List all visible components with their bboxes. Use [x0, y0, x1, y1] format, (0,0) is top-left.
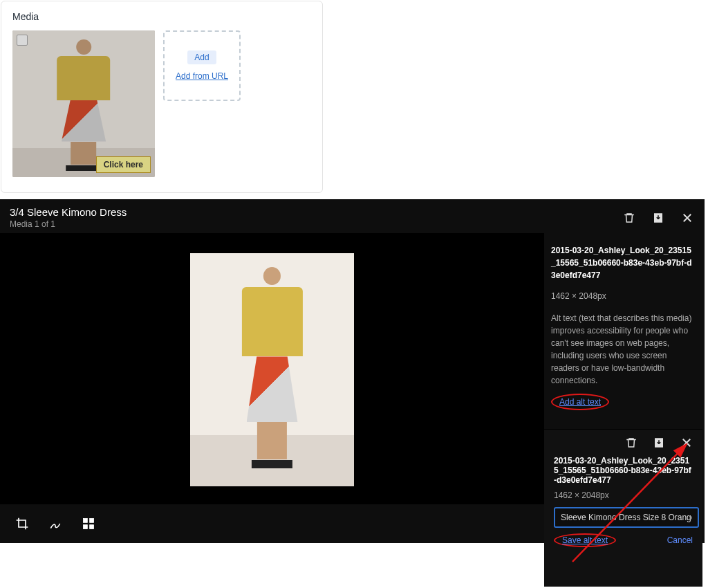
grid-icon[interactable]: [82, 517, 95, 531]
media-card-title: Media: [12, 11, 311, 22]
viewer-title: 3/4 Sleeve Kimono Dress: [10, 206, 127, 218]
svg-rect-4: [90, 525, 94, 529]
click-here-callout: Click here: [96, 156, 151, 173]
viewer-footer: [0, 504, 544, 543]
close-icon[interactable]: [680, 437, 693, 449]
media-thumbnail[interactable]: Click here: [12, 30, 155, 177]
media-row: Click here Add Add from URL: [12, 30, 311, 177]
trash-icon[interactable]: [623, 212, 635, 224]
alt-text-input[interactable]: [554, 507, 699, 528]
media-image: [190, 253, 354, 486]
download-icon[interactable]: [653, 437, 665, 449]
svg-rect-1: [84, 519, 88, 523]
draw-icon[interactable]: [48, 517, 62, 531]
annotation-circle-save: Save alt text: [554, 533, 616, 547]
download-icon[interactable]: [652, 212, 664, 224]
media-filename: 2015-03-20_Ashley_Look_20_23515_15565_51…: [551, 244, 693, 282]
thumbnail-checkbox[interactable]: [17, 35, 28, 46]
overlay-dimensions: 1462 × 2048px: [554, 490, 693, 500]
viewer-subtitle: Media 1 of 1: [10, 219, 127, 229]
svg-rect-3: [84, 525, 88, 529]
add-media-box: Add Add from URL: [163, 30, 241, 101]
add-alt-text-link[interactable]: Add alt text: [559, 396, 601, 408]
alt-text-description: Alt text (text that describes this media…: [551, 312, 693, 387]
save-alt-text-link[interactable]: Save alt text: [562, 535, 608, 545]
svg-rect-2: [90, 519, 94, 523]
media-card: Media Click here Add Add from URL: [1, 1, 323, 193]
overlay-filename: 2015-03-20_Ashley_Look_20_23515_15565_51…: [554, 456, 693, 485]
media-dimensions: 1462 × 2048px: [551, 290, 693, 302]
alt-text-edit-panel: 2015-03-20_Ashley_Look_20_23515_15565_51…: [544, 429, 702, 587]
viewer-header: 3/4 Sleeve Kimono Dress Media 1 of 1: [0, 199, 705, 233]
close-icon[interactable]: [681, 212, 693, 224]
cancel-link[interactable]: Cancel: [667, 535, 693, 545]
crop-icon[interactable]: [15, 517, 29, 531]
add-from-url-link[interactable]: Add from URL: [176, 71, 228, 81]
annotation-circle: Add alt text: [551, 394, 609, 410]
overlay-icons: [544, 430, 702, 453]
trash-icon[interactable]: [625, 437, 637, 449]
add-button[interactable]: Add: [187, 50, 216, 64]
viewer-stage: [0, 233, 544, 506]
viewer-header-icons: [623, 212, 693, 224]
